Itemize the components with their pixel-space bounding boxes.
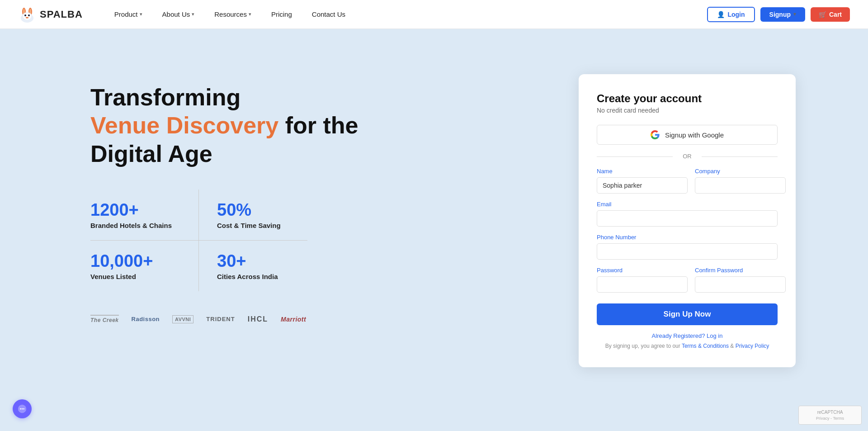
chat-icon — [17, 404, 27, 414]
password-field-group: Password — [597, 267, 688, 293]
main-content: Transforming Venue Discovery for the Dig… — [0, 29, 868, 431]
stat-cities: 30+ Cities Across India — [199, 241, 307, 291]
company-input[interactable] — [695, 177, 786, 194]
cart-icon: 🛒 — [819, 11, 826, 18]
chevron-down-icon: ▾ — [140, 11, 142, 17]
nav-product[interactable]: Product ▾ — [104, 0, 152, 29]
nav-pricing[interactable]: Pricing — [261, 0, 302, 29]
or-divider: OR — [597, 153, 778, 160]
hero-section: Transforming Venue Discovery for the Dig… — [90, 65, 542, 323]
card-subtitle: No credit card needed — [597, 107, 778, 114]
signup-card: Create your account No credit card neede… — [579, 74, 796, 367]
brand-ihcl: IHCL — [248, 315, 268, 323]
recaptcha-badge: reCAPTCHA Privacy - Terms — [798, 406, 862, 425]
confirm-password-label: Confirm Password — [695, 267, 786, 274]
already-registered-link[interactable]: Already Registered? Log in — [597, 332, 778, 339]
confirm-password-field-group: Confirm Password — [695, 267, 786, 293]
svg-point-12 — [22, 408, 23, 410]
card-title: Create your account — [597, 92, 778, 105]
hero-accent: Venue Discovery — [90, 112, 278, 138]
svg-point-7 — [24, 14, 26, 16]
hero-title: Transforming Venue Discovery for the Dig… — [90, 83, 542, 168]
stat-number-cities: 30+ — [217, 251, 307, 271]
svg-point-13 — [23, 408, 24, 410]
stat-label-cities: Cities Across India — [217, 273, 307, 280]
brand-creek: The Creek — [90, 315, 119, 323]
brand-radisson: Radisson — [132, 316, 160, 322]
privacy-link[interactable]: Privacy Policy — [736, 343, 769, 349]
password-label: Password — [597, 267, 688, 274]
chevron-down-icon: ▾ — [793, 11, 796, 17]
logo-icon — [18, 5, 36, 24]
stat-label-hotels: Branded Hotels & Chains — [90, 222, 180, 229]
name-label: Name — [597, 168, 688, 175]
stat-saving: 50% Cost & Time Saving — [199, 189, 307, 241]
stat-number-hotels: 1200+ — [90, 200, 180, 220]
svg-point-8 — [28, 14, 30, 16]
chevron-down-icon: ▾ — [249, 11, 251, 17]
stat-number-saving: 50% — [217, 200, 307, 220]
stat-venues: 10,000+ Venues Listed — [90, 241, 199, 291]
cart-button[interactable]: 🛒 Cart — [811, 7, 850, 22]
brand-trident: TRIDENT — [206, 316, 235, 322]
terms-text: By signing up, you agree to our Terms & … — [597, 343, 778, 349]
password-input[interactable] — [597, 276, 688, 293]
name-company-row: Name Company — [597, 168, 778, 194]
navbar-actions: 👤 Login Signup ▾ 🛒 Cart — [707, 7, 850, 22]
svg-point-6 — [23, 13, 31, 19]
brand-marriott: Marriott — [281, 316, 306, 323]
google-icon — [651, 130, 660, 139]
phone-input[interactable] — [597, 243, 778, 260]
phone-field-group: Phone Number — [597, 234, 778, 260]
phone-label: Phone Number — [597, 234, 778, 241]
user-icon: 👤 — [717, 11, 725, 18]
name-input[interactable] — [597, 177, 688, 194]
nav-resources[interactable]: Resources ▾ — [204, 0, 261, 29]
confirm-password-input[interactable] — [695, 276, 786, 293]
svg-point-9 — [26, 17, 28, 18]
chat-bubble-button[interactable] — [13, 399, 32, 418]
chevron-down-icon: ▾ — [192, 11, 194, 17]
nav-menu: Product ▾ About Us ▾ Resources ▾ Pricing… — [104, 0, 708, 29]
sign-up-now-button[interactable]: Sign Up Now — [597, 303, 778, 325]
svg-point-11 — [20, 408, 21, 410]
company-label: Company — [695, 168, 786, 175]
recaptcha-links: Privacy - Terms — [803, 416, 857, 421]
terms-link[interactable]: Terms & Conditions — [682, 343, 729, 349]
stat-label-venues: Venues Listed — [90, 273, 180, 280]
recaptcha-text: reCAPTCHA — [803, 410, 857, 415]
email-label: Email — [597, 201, 778, 208]
nav-contact[interactable]: Contact Us — [302, 0, 355, 29]
logo-text: SPALBA — [40, 9, 83, 20]
company-field-group: Company — [695, 168, 786, 194]
google-signup-button[interactable]: Signup with Google — [597, 125, 778, 145]
navbar: SPALBA Product ▾ About Us ▾ Resources ▾ … — [0, 0, 868, 29]
brand-avvni: AVVNI — [172, 315, 193, 323]
brand-logos: The Creek Radisson AVVNI TRIDENT IHCL Ma… — [90, 315, 542, 323]
stat-number-venues: 10,000+ — [90, 251, 180, 271]
password-row: Password Confirm Password — [597, 267, 778, 293]
stat-hotels: 1200+ Branded Hotels & Chains — [90, 189, 199, 241]
email-field-group: Email — [597, 201, 778, 227]
logo[interactable]: SPALBA — [18, 5, 83, 24]
stats-grid: 1200+ Branded Hotels & Chains 50% Cost &… — [90, 189, 307, 291]
signup-button[interactable]: Signup ▾ — [760, 7, 805, 22]
stat-label-saving: Cost & Time Saving — [217, 222, 307, 229]
email-input[interactable] — [597, 210, 778, 227]
login-button[interactable]: 👤 Login — [707, 7, 755, 22]
name-field-group: Name — [597, 168, 688, 194]
nav-about[interactable]: About Us ▾ — [152, 0, 205, 29]
